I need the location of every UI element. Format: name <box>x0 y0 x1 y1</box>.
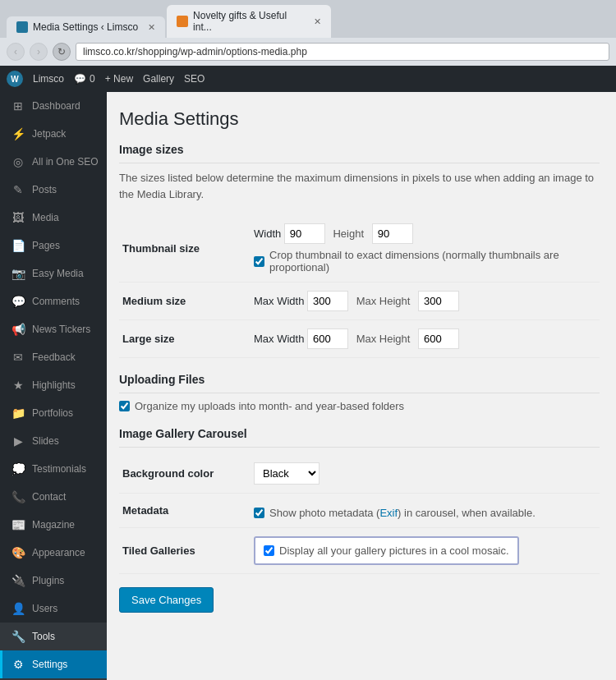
thumbnail-height-label: Height <box>333 227 364 240</box>
thumbnail-row: Thumbnail size Width Height Crop thumbna… <box>119 215 600 283</box>
tiled-galleries-checkbox[interactable] <box>264 545 274 556</box>
sidebar-item-tools[interactable]: 🔧 Tools <box>0 623 107 650</box>
comments-icon: 💬 <box>74 73 86 85</box>
sidebar-item-dashboard[interactable]: ⊞ Dashboard <box>0 92 107 120</box>
new-label: + New <box>105 73 133 85</box>
organize-uploads-checkbox[interactable] <box>119 401 130 411</box>
tab-close-2[interactable]: ✕ <box>314 16 321 27</box>
new-item[interactable]: + New <box>105 73 133 85</box>
browser-chrome: Media Settings ‹ Limsco ✕ Novelty gifts … <box>0 0 616 66</box>
save-changes-button[interactable]: Save Changes <box>119 587 214 613</box>
sidebar-item-magazine[interactable]: 📰 Magazine <box>0 511 107 539</box>
sidebar-item-label-news-tickers: News Tickers <box>32 324 90 335</box>
comments-item[interactable]: 💬 0 <box>74 73 95 85</box>
thumbnail-height-input[interactable] <box>372 223 413 244</box>
sidebar-item-plugins[interactable]: 🔌 Plugins <box>0 567 107 595</box>
medium-max-height-input[interactable] <box>418 291 459 311</box>
sidebar-item-settings[interactable]: ⚙ Settings <box>0 650 107 678</box>
reload-button[interactable]: ↻ <box>53 43 71 61</box>
page-title: Media Settings <box>119 108 600 130</box>
site-name-item[interactable]: Limsco <box>33 73 64 85</box>
comments-count: 0 <box>90 73 95 85</box>
wp-logo-icon: W <box>7 71 23 87</box>
portfolios-icon: 📁 <box>11 406 25 420</box>
sidebar-item-jetpack[interactable]: ⚡ Jetpack <box>0 120 107 148</box>
sidebar-item-portfolios[interactable]: 📁 Portfolios <box>0 399 107 427</box>
sidebar-item-easy-media[interactable]: 📷 Easy Media <box>0 260 107 287</box>
seo-label: SEO <box>184 73 205 85</box>
sidebar-item-label-settings: Settings <box>32 659 67 670</box>
settings-icon: ⚙ <box>11 657 25 672</box>
sidebar-item-media[interactable]: 🖼 Media <box>0 204 107 232</box>
tab-close-1[interactable]: ✕ <box>148 22 155 33</box>
main-content: Media Settings Image sizes The sizes lis… <box>107 92 616 680</box>
sidebar-item-pages[interactable]: 📄 Pages <box>0 232 107 260</box>
sidebar-item-testimonials[interactable]: 💭 Testimonials <box>0 455 107 483</box>
medium-row: Medium size Max Width Max Height <box>119 283 600 320</box>
sidebar-item-contact[interactable]: 📞 Contact <box>0 483 107 511</box>
sidebar-item-label-users: Users <box>32 603 57 614</box>
sidebar-item-news-tickers[interactable]: 📢 News Tickers <box>0 315 107 343</box>
posts-icon: ✎ <box>11 182 25 197</box>
image-sizes-description: The sizes listed below determine the max… <box>119 170 600 202</box>
large-label: Large size <box>119 320 251 358</box>
sidebar-item-label-portfolios: Portfolios <box>32 407 73 419</box>
thumbnail-inputs: Width Height Crop thumbnail to exact dim… <box>251 215 600 283</box>
sidebar-item-label-testimonials: Testimonials <box>32 463 86 475</box>
sidebar-item-slides[interactable]: ▶ Slides <box>0 427 107 455</box>
tiled-galleries-highlight-box: Display all your gallery pictures in a c… <box>254 536 519 565</box>
medium-max-width-input[interactable] <box>307 291 348 311</box>
sidebar-item-all-in-one-seo[interactable]: ◎ All in One SEO <box>0 148 107 176</box>
seo-item[interactable]: SEO <box>184 73 205 85</box>
thumbnail-label: Thumbnail size <box>119 215 251 283</box>
metadata-row: Metadata Show photo metadata (Exif) in c… <box>119 494 600 528</box>
admin-bar: W Limsco 💬 0 + New Gallery SEO <box>0 66 616 92</box>
thumbnail-crop-checkbox[interactable] <box>254 256 264 267</box>
large-max-width-input[interactable] <box>307 329 348 349</box>
sidebar-item-feedback[interactable]: ✉ Feedback <box>0 343 107 371</box>
sidebar-item-highlights[interactable]: ★ Highlights <box>0 371 107 399</box>
sidebar-item-label-comments: Comments <box>32 296 80 307</box>
gallery-item[interactable]: Gallery <box>143 73 174 85</box>
sidebar-item-users[interactable]: 👤 Users <box>0 595 107 623</box>
background-color-row: Background color Black White <box>119 454 600 494</box>
medium-max-height-label: Max Height <box>356 295 411 307</box>
metadata-input: Show photo metadata (Exif) in carousel, … <box>251 494 600 528</box>
sidebar-item-label-contact: Contact <box>32 491 66 503</box>
highlights-icon: ★ <box>11 378 25 393</box>
forward-button[interactable]: › <box>30 43 48 61</box>
sidebar-item-posts[interactable]: ✎ Posts <box>0 176 107 204</box>
sidebar-item-comments[interactable]: 💬 Comments <box>0 287 107 315</box>
sidebar-item-label-posts: Posts <box>32 184 57 195</box>
media-icon: 🖼 <box>11 210 25 225</box>
image-sizes-section-title: Image sizes <box>119 143 600 163</box>
wp-logo-item[interactable]: W <box>7 71 23 87</box>
thumbnail-width-label: Width <box>254 227 281 240</box>
sidebar-item-appearance[interactable]: 🎨 Appearance <box>0 539 107 567</box>
medium-inputs: Max Width Max Height <box>251 283 600 320</box>
exif-link[interactable]: Exif <box>379 507 398 519</box>
dashboard-icon: ⊞ <box>11 99 25 113</box>
metadata-checkbox[interactable] <box>254 508 264 518</box>
thumbnail-crop-row: Crop thumbnail to exact dimensions (norm… <box>254 249 596 273</box>
browser-tab-1[interactable]: Media Settings ‹ Limsco ✕ <box>7 16 165 38</box>
background-color-select[interactable]: Black White <box>254 462 319 485</box>
background-color-label: Background color <box>119 454 251 494</box>
medium-max-width-label: Max Width <box>254 295 304 307</box>
large-max-height-input[interactable] <box>418 329 459 349</box>
address-bar[interactable]: limsco.co.kr/shopping/wp-admin/options-m… <box>76 43 609 61</box>
sidebar-item-label-plugins: Plugins <box>32 575 64 586</box>
browser-tab-2[interactable]: Novelty gifts & Useful int... ✕ <box>167 5 331 38</box>
thumbnail-width-input[interactable] <box>284 223 325 244</box>
organize-uploads-label: Organize my uploads into month- and year… <box>135 400 404 412</box>
large-row: Large size Max Width Max Height <box>119 320 600 358</box>
sidebar-item-label-tools: Tools <box>32 631 55 642</box>
large-max-height-label: Max Height <box>356 333 411 345</box>
plugins-icon: 🔌 <box>11 573 25 588</box>
back-button[interactable]: ‹ <box>7 43 25 61</box>
tiled-galleries-checkbox-label: Display all your gallery pictures in a c… <box>279 544 509 557</box>
gallery-settings-table: Background color Black White Metadata Sh… <box>119 454 600 574</box>
feedback-icon: ✉ <box>11 350 25 365</box>
sidebar-item-label-jetpack: Jetpack <box>32 128 66 140</box>
tools-icon: 🔧 <box>11 629 25 644</box>
